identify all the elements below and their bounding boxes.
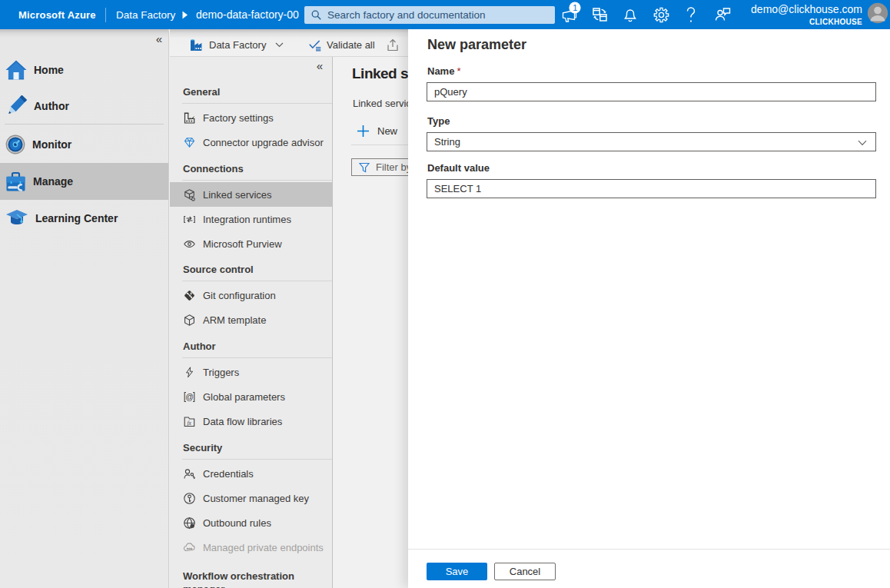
svg-text:1: 1 (573, 3, 577, 12)
svg-text:fx: fx (188, 419, 192, 426)
svg-text:@: @ (185, 392, 194, 401)
